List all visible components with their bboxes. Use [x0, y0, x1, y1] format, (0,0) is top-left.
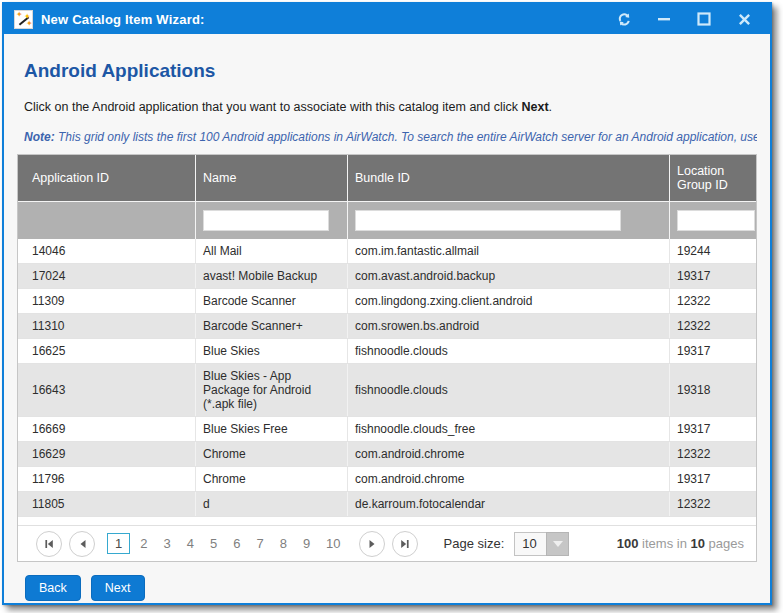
table-row[interactable]: 16669 Blue Skies Free fishnoodle.clouds_…: [18, 417, 756, 442]
cell-location-group-id: 19244: [670, 239, 756, 263]
last-page-icon: [400, 539, 410, 549]
close-button[interactable]: [736, 11, 752, 27]
column-header-location-group-id[interactable]: Location Group ID: [670, 155, 756, 201]
next-page-icon: [367, 539, 376, 549]
cell-name: Chrome: [196, 442, 348, 466]
grid-empty-space: [18, 517, 756, 525]
page-number-1[interactable]: 1: [107, 533, 130, 554]
page-number-7[interactable]: 7: [250, 534, 269, 553]
back-button[interactable]: Back: [25, 575, 81, 601]
cell-bundle-id: de.karroum.fotocalendar: [348, 492, 670, 516]
note-text: Note: This grid only lists the first 100…: [24, 130, 757, 144]
note-label: Note:: [24, 130, 55, 144]
cell-bundle-id: com.srowen.bs.android: [348, 314, 670, 338]
previous-page-icon: [78, 539, 87, 549]
page-number-list: 1 2 3 4 5 6 7 8 9 10: [105, 533, 349, 554]
window-title: New Catalog Item Wizard:: [41, 12, 205, 27]
next-page-button[interactable]: [359, 531, 385, 557]
cell-bundle-id: com.avast.android.backup: [348, 264, 670, 288]
page-number-9[interactable]: 9: [297, 534, 316, 553]
page-number-6[interactable]: 6: [227, 534, 246, 553]
column-header-application-id[interactable]: Application ID: [18, 155, 196, 201]
minimize-icon: [657, 12, 671, 26]
filter-cell-name: [196, 202, 348, 239]
cell-location-group-id: 19318: [670, 364, 756, 416]
cell-application-id: 16669: [18, 417, 196, 441]
maximize-button[interactable]: [696, 11, 712, 27]
cell-application-id: 11309: [18, 289, 196, 313]
chevron-down-icon: [553, 541, 563, 547]
wizard-icon: ✦ ✦ ✦: [14, 10, 33, 29]
cell-application-id: 11796: [18, 467, 196, 491]
table-row[interactable]: 16625 Blue Skies fishnoodle.clouds 19317: [18, 339, 756, 364]
minimize-button[interactable]: [656, 11, 672, 27]
table-row[interactable]: 16629 Chrome com.android.chrome 12322: [18, 442, 756, 467]
pages-text: pages: [705, 536, 744, 551]
cell-location-group-id: 19317: [670, 417, 756, 441]
table-row[interactable]: 14046 All Mail com.im.fantastic.allmail …: [18, 239, 756, 264]
pager-bar: 1 2 3 4 5 6 7 8 9 10 Pa: [18, 525, 756, 561]
grid-header-row: Application ID Name Bundle ID Location G…: [18, 155, 756, 201]
page-number-5[interactable]: 5: [204, 534, 223, 553]
cell-application-id: 16625: [18, 339, 196, 363]
location-group-id-filter-input[interactable]: [677, 210, 755, 231]
table-row[interactable]: 11796 Chrome com.android.chrome 19317: [18, 467, 756, 492]
table-row[interactable]: 16643 Blue Skies - App Package for Andro…: [18, 364, 756, 417]
column-header-name[interactable]: Name: [196, 155, 348, 201]
bundle-id-filter-input[interactable]: [355, 210, 621, 231]
first-page-button[interactable]: [36, 531, 62, 557]
column-header-bundle-id[interactable]: Bundle ID: [348, 155, 670, 201]
table-row[interactable]: 17024 avast! Mobile Backup com.avast.and…: [18, 264, 756, 289]
cell-name: Barcode Scanner: [196, 289, 348, 313]
close-icon: [738, 13, 751, 26]
page-number-10[interactable]: 10: [320, 534, 346, 553]
cell-application-id: 17024: [18, 264, 196, 288]
items-text: items in: [638, 536, 690, 551]
table-row[interactable]: 11805 d de.karroum.fotocalendar 12322: [18, 492, 756, 517]
instruction-text: Click on the Android application that yo…: [24, 100, 757, 114]
page-size-dropdown[interactable]: 10: [514, 532, 569, 556]
cell-name: Blue Skies - App Package for Android (*.…: [196, 364, 348, 416]
table-row[interactable]: 11309 Barcode Scanner com.lingdong.zxing…: [18, 289, 756, 314]
note-body: This grid only lists the first 100 Andro…: [55, 130, 757, 144]
cell-bundle-id: com.im.fantastic.allmail: [348, 239, 670, 263]
page-size-value: 10: [514, 532, 546, 556]
filter-cell-location-group-id: [670, 202, 763, 239]
instruction-prefix: Click on the Android application that yo…: [24, 100, 522, 114]
cell-bundle-id: fishnoodle.clouds_free: [348, 417, 670, 441]
page-size-label: Page size:: [444, 536, 505, 551]
window-controls: [616, 11, 760, 27]
filter-cell-bundle-id: [348, 202, 670, 239]
page-number-8[interactable]: 8: [274, 534, 293, 553]
cell-location-group-id: 12322: [670, 314, 756, 338]
next-button[interactable]: Next: [91, 575, 145, 601]
cell-application-id: 11805: [18, 492, 196, 516]
page-number-2[interactable]: 2: [134, 534, 153, 553]
grid-filter-row: [18, 201, 756, 239]
cell-name: Blue Skies Free: [196, 417, 348, 441]
cell-application-id: 16629: [18, 442, 196, 466]
cell-bundle-id: com.android.chrome: [348, 467, 670, 491]
last-page-button[interactable]: [392, 531, 418, 557]
cell-bundle-id: fishnoodle.clouds: [348, 339, 670, 363]
cell-application-id: 11310: [18, 314, 196, 338]
cell-application-id: 14046: [18, 239, 196, 263]
cell-name: Chrome: [196, 467, 348, 491]
previous-page-button[interactable]: [69, 531, 95, 557]
table-row[interactable]: 11310 Barcode Scanner+ com.srowen.bs.and…: [18, 314, 756, 339]
pages-count: 10: [690, 536, 704, 551]
applications-grid: Application ID Name Bundle ID Location G…: [17, 154, 757, 562]
page-number-3[interactable]: 3: [157, 534, 176, 553]
refresh-button[interactable]: [616, 11, 632, 27]
name-filter-input[interactable]: [203, 210, 329, 231]
wizard-footer: Back Next: [17, 562, 757, 601]
filter-cell-application-id: [18, 202, 196, 239]
maximize-icon: [697, 12, 711, 26]
cell-bundle-id: com.android.chrome: [348, 442, 670, 466]
cell-location-group-id: 12322: [670, 442, 756, 466]
instruction-bold: Next: [522, 100, 549, 114]
cell-location-group-id: 19317: [670, 467, 756, 491]
page-number-4[interactable]: 4: [181, 534, 200, 553]
cell-bundle-id: fishnoodle.clouds: [348, 364, 670, 416]
page-size-dropdown-button[interactable]: [546, 532, 569, 556]
